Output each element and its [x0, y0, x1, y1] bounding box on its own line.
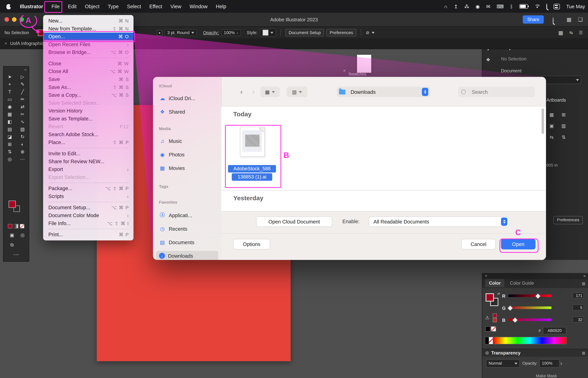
collapse-panel-icon[interactable]: « — [24, 67, 27, 72]
r-slider[interactable] — [508, 295, 552, 297]
tool-icon[interactable]: T — [3, 88, 16, 95]
panels-layout-icon[interactable]: ❏ — [578, 16, 583, 23]
menu-item-search-adobe-stock[interactable]: Search Adobe Stock... — [43, 131, 134, 138]
sidebar-item-movies[interactable]: ▦Movies — [159, 163, 218, 173]
shapes-icon[interactable]: ❖ — [486, 57, 490, 63]
apple-menu-icon[interactable] — [6, 3, 11, 9]
gradient-mode-icon[interactable] — [14, 224, 18, 229]
menu-item-browse-in-bridge[interactable]: Browse in Bridge...⌥ ⌘ O — [43, 48, 134, 56]
sort-icon[interactable]: ⇅ — [557, 134, 570, 141]
tool-icon[interactable]: ◧ — [3, 118, 16, 126]
menu-type[interactable]: Type — [104, 3, 123, 9]
record-icon[interactable]: ◉ — [476, 4, 480, 9]
tab-color-guide[interactable]: Color Guide — [506, 279, 538, 287]
tool-icon[interactable]: ⋯ — [16, 156, 29, 163]
control-center-icon[interactable] — [553, 3, 560, 9]
opacity-label[interactable]: Opacity: — [203, 30, 219, 35]
fill-color-swatch[interactable] — [9, 201, 16, 208]
tool-icon[interactable]: ✂ — [16, 111, 29, 118]
menu-item-print[interactable]: Print...⌘ P — [43, 231, 134, 239]
tool-icon[interactable]: ◉ — [3, 103, 16, 111]
tool-icon[interactable]: ◪ — [3, 133, 16, 141]
screen-mode-icon[interactable]: ⧉ — [6, 241, 18, 249]
group-view-dropdown[interactable]: ▥ — [286, 87, 307, 97]
close-icon[interactable]: × — [485, 273, 487, 278]
arrange-icon[interactable]: ▦ — [558, 30, 563, 36]
tool-icon[interactable]: ▭ — [3, 96, 16, 103]
location-stepper-icon[interactable] — [422, 88, 428, 96]
menu-effect[interactable]: Effect — [145, 3, 166, 9]
g-slider-thumb[interactable] — [507, 305, 513, 311]
keyboard-input-icon[interactable]: ⌨ — [497, 4, 504, 9]
tool-icon[interactable]: ⊕ — [16, 148, 29, 156]
swap-fill-stroke-icon[interactable]: ⇄ — [497, 292, 500, 296]
more-tools-icon[interactable]: ⋯ — [13, 251, 19, 258]
paw-icon[interactable]: ⁂ — [464, 4, 469, 9]
menu-item-save-as[interactable]: Save As...⇧ ⌘ S — [43, 83, 134, 91]
location-dropdown[interactable]: Downloads — [337, 87, 430, 97]
tool-icon[interactable]: ➤ — [3, 73, 16, 81]
sidebar-item-shared[interactable]: ❖Shared — [159, 107, 218, 117]
sidebar-item-applications[interactable]: ⒶApplicati... — [159, 210, 218, 220]
menu-item-scripts[interactable]: Scripts› — [43, 192, 134, 200]
sidebar-item-music[interactable]: ♫Music — [159, 136, 218, 146]
share-button[interactable]: Share — [523, 15, 544, 24]
menu-item-save-as-template[interactable]: Save as Template... — [43, 115, 134, 123]
spotlight-icon[interactable] — [546, 3, 547, 9]
g-slider[interactable] — [508, 306, 552, 309]
menu-item-new[interactable]: New...⌘ N — [43, 17, 134, 25]
tool-icon[interactable]: ⊞ — [3, 141, 16, 148]
menu-item-invite-to-edit[interactable]: Invite to Edit... — [43, 150, 134, 158]
menu-item-file-info[interactable]: File Info...⌥ ⇧ ⌘ I — [43, 219, 134, 227]
app-menu[interactable]: Illustrator — [16, 3, 47, 9]
rows-icon[interactable]: ▥ — [557, 122, 570, 130]
style-dropdown[interactable] — [260, 28, 276, 37]
menu-item-version-history[interactable]: Version History — [43, 107, 134, 115]
bluetooth-icon[interactable]: ᛒ — [510, 4, 513, 9]
open-cloud-document-button[interactable]: Open Cloud Document — [256, 216, 332, 227]
preferences-button[interactable]: Preferences — [553, 216, 583, 224]
none-proxy[interactable] — [491, 326, 496, 332]
make-mask-label[interactable]: Make Mask — [536, 374, 557, 378]
search-box[interactable] — [458, 87, 535, 97]
icon-view-dropdown[interactable]: ▦ — [260, 87, 280, 97]
menu-item-share-for-review[interactable]: Share for Review NEW... — [43, 158, 134, 165]
sidebar-item-icloud-drive[interactable]: ☁iCloud Dri... — [159, 93, 218, 103]
workspace-grid-icon[interactable]: ▦ — [567, 16, 572, 23]
enable-dropdown[interactable]: All Readable Documents — [369, 216, 509, 227]
opacity-field[interactable]: 100% — [539, 359, 560, 367]
sidebar-item-recents[interactable]: ◷Recents — [159, 224, 218, 234]
menu-view[interactable]: View — [166, 3, 185, 9]
menu-help[interactable]: Help — [212, 3, 230, 9]
color-spectrum[interactable] — [493, 337, 567, 344]
panel-menu-icon[interactable]: ≡ — [582, 350, 585, 357]
grid-icon[interactable]: ▦ — [545, 111, 558, 119]
tool-icon[interactable]: ▧ — [16, 126, 29, 133]
tool-icon[interactable]: ▤ — [3, 126, 16, 133]
panel-menu-icon[interactable]: ≡ — [582, 281, 585, 287]
gamut-warning-icon[interactable]: ⚠ — [485, 315, 489, 320]
menu-item-save[interactable]: Save⌘ S — [43, 75, 134, 83]
color-mode-icon[interactable] — [8, 224, 13, 229]
tool-icon[interactable]: ∿ — [16, 118, 29, 126]
chevron-right-icon[interactable]: › — [560, 360, 562, 367]
r-value[interactable]: 171 — [573, 293, 584, 299]
gamut-swatch-2[interactable] — [493, 318, 497, 322]
swap-view-icon[interactable]: ⇆ — [569, 30, 573, 35]
tool-icon[interactable]: ⌖ — [3, 81, 16, 88]
options-button[interactable]: Options — [233, 239, 270, 249]
tool-icon[interactable]: ↻ — [16, 133, 29, 141]
draw-behind-icon[interactable]: ◎ — [16, 231, 29, 239]
menu-object[interactable]: Object — [81, 3, 104, 9]
hex-field[interactable]: AB0520 — [543, 327, 566, 334]
stroke-style-dropdown[interactable]: 3 pt. Round — [165, 29, 197, 36]
document-tab-title[interactable]: UofA Infographic* — [10, 41, 45, 46]
menu-item-document-setup[interactable]: Document Setup...⌥ ⌘ P — [43, 204, 134, 212]
scrollbar-thumb[interactable] — [542, 108, 544, 134]
menu-item-close-all[interactable]: Close All⌥ ⌘ W — [43, 68, 134, 75]
menu-item-export[interactable]: Export› — [43, 165, 134, 173]
search-input[interactable] — [471, 89, 529, 95]
menu-icon[interactable]: ☰ — [579, 30, 583, 35]
cancel-button[interactable]: Cancel — [461, 239, 496, 249]
collapse-panel-icon[interactable]: « — [583, 273, 586, 278]
